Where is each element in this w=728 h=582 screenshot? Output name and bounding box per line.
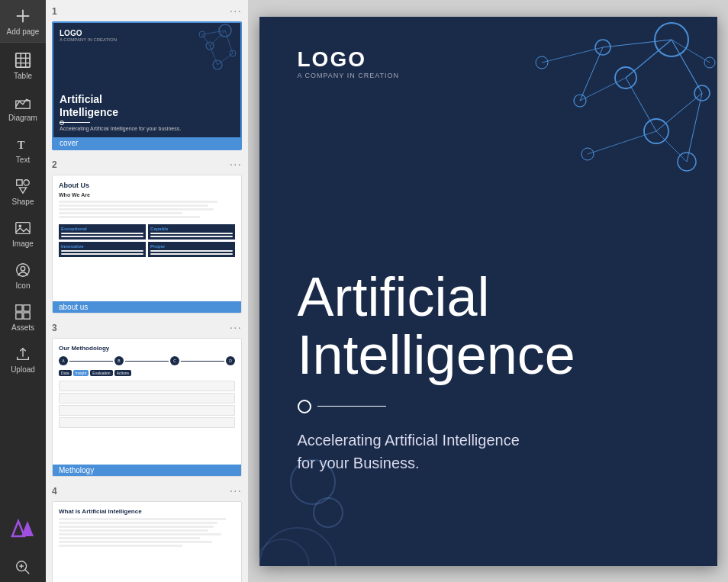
thumb-1-subtitle: Accelerating Artificial Intelligence for… — [60, 126, 234, 131]
thumb-3-flow: A B C D — [59, 356, 235, 365]
icon-label: Icon — [16, 281, 31, 290]
slide-header-3: 3 ··· — [52, 321, 242, 335]
diagram-tool[interactable]: Diagram — [0, 86, 46, 128]
vizzlo-brand-icon — [9, 515, 37, 542]
thumb-4-content: What is Artificial Intelligence — [53, 502, 241, 582]
thumb-3-rows — [59, 381, 235, 428]
upload-label: Upload — [11, 365, 35, 374]
slide-group-3: 3 ··· Our Methodology A B C D Data Insig… — [46, 317, 248, 480]
slide-header-1: 1 ··· — [52, 5, 242, 18]
thumb-2-content: About Us Who We Are Exceptional — [53, 175, 241, 301]
svg-line-54 — [580, 47, 603, 101]
canvas-title: Artificial Intelligence — [298, 268, 679, 384]
slide-header-4: 4 ··· — [52, 484, 242, 498]
svg-line-50 — [603, 40, 672, 47]
thumb-1-title: Artificial Intelligence — [60, 93, 234, 119]
slide-thumbnail-1[interactable]: LOGO A COMPANY IN CREATION — [52, 21, 242, 150]
zoom-icon — [14, 559, 31, 576]
icon-tool[interactable]: Icon — [0, 254, 46, 296]
canvas-logo: LOGO A COMPANY IN CREATION — [298, 47, 400, 79]
thumb-2-box-2: Capable — [148, 224, 235, 240]
slide-number-4: 4 — [52, 486, 57, 497]
thumb-2-title: About Us — [59, 182, 235, 189]
svg-line-24 — [25, 570, 30, 574]
slide-group-2: 2 ··· About Us Who We Are Exceptional — [46, 153, 248, 317]
thumb-2-section: Who We Are — [59, 192, 235, 198]
slide-label-1: cover — [53, 137, 240, 149]
table-label: Table — [14, 72, 32, 80]
thumb-3-row-3 — [59, 405, 235, 416]
slide-group-1: 1 ··· LOGO A COMPANY IN CREATION — [46, 0, 248, 153]
diagram-label: Diagram — [8, 114, 37, 122]
slide-label-3: Methology — [53, 465, 241, 476]
add-page-button[interactable]: Add page — [0, 0, 46, 43]
svg-line-48 — [626, 40, 672, 78]
slide-group-4: 4 ··· What is Artificial Intelligence — [46, 480, 248, 582]
diagram-icon — [14, 94, 31, 111]
svg-rect-12 — [16, 223, 30, 234]
svg-rect-2 — [16, 53, 30, 67]
canvas-title-line2: Intelligence — [298, 326, 679, 384]
svg-line-59 — [656, 131, 687, 162]
slide-options-2[interactable]: ··· — [230, 158, 242, 172]
shape-label: Shape — [12, 198, 34, 206]
text-label: Text — [16, 156, 30, 164]
canvas-divider-dot — [298, 400, 311, 413]
tag-actions: Actions — [114, 370, 131, 376]
toolbar: Add page Table Diagram T Text Shape — [0, 0, 46, 582]
svg-rect-18 — [16, 305, 22, 311]
svg-line-57 — [672, 40, 710, 63]
thumb-3-step-3: C — [170, 356, 179, 365]
thumb-2-box-4: Proper — [148, 242, 235, 257]
slide-options-3[interactable]: ··· — [230, 321, 242, 335]
svg-rect-17 — [24, 313, 30, 319]
svg-line-56 — [580, 78, 626, 101]
image-label: Image — [12, 240, 34, 248]
thumb-3-step-2: B — [114, 356, 124, 365]
slide-thumbnail-3[interactable]: Our Methodology A B C D Data Insight Eva… — [52, 338, 242, 477]
canvas-area: LOGO A COMPANY IN CREATION Artificial In… — [248, 0, 728, 582]
thumb-2-text — [59, 201, 235, 218]
svg-line-33 — [225, 31, 233, 53]
table-tool[interactable]: Table — [0, 44, 46, 86]
thumb-4-lines — [59, 518, 235, 547]
image-tool[interactable]: Image — [0, 212, 46, 254]
zoom-button[interactable] — [0, 551, 46, 582]
slide-label-2: about us — [53, 301, 241, 313]
slide-thumbnail-4[interactable]: What is Artificial Intelligence — [52, 501, 242, 582]
icon-tool-icon — [14, 262, 31, 278]
vizzlo-logo — [0, 506, 46, 551]
thumb-3-tags: Data Insight Evaluation Actions — [59, 370, 235, 376]
text-tool[interactable]: T Text — [0, 128, 46, 170]
slide-options-4[interactable]: ··· — [230, 484, 242, 498]
slide-canvas[interactable]: LOGO A COMPANY IN CREATION Artificial In… — [259, 17, 717, 566]
svg-marker-22 — [21, 521, 34, 536]
shape-tool[interactable]: Shape — [0, 170, 46, 212]
thumb-1-network-bg — [164, 23, 240, 84]
upload-icon — [14, 346, 31, 362]
slide-thumbnail-2[interactable]: About Us Who We Are Exceptional — [52, 175, 242, 314]
svg-rect-19 — [24, 305, 30, 311]
slide-options-1[interactable]: ··· — [230, 5, 242, 18]
upload-tool[interactable]: Upload — [0, 338, 46, 380]
network-background — [473, 17, 717, 215]
canvas-subtitle: Accelerating Artificial Intelligence for… — [298, 429, 679, 474]
slide-number-2: 2 — [52, 159, 57, 170]
canvas-logo-text: LOGO — [298, 47, 400, 72]
tag-evaluation: Evaluation — [90, 370, 112, 376]
canvas-logo-sub: A COMPANY IN CREATION — [298, 72, 400, 79]
image-icon — [14, 220, 31, 236]
svg-point-61 — [259, 539, 309, 566]
svg-line-35 — [217, 53, 233, 65]
thumb-2-box-1: Exceptional — [59, 224, 146, 240]
slide-number-1: 1 — [52, 6, 57, 17]
thumb-2-box-3: Innovative — [59, 242, 146, 257]
tag-data: Data — [59, 370, 72, 376]
tag-insight: Insight — [73, 370, 89, 376]
svg-point-10 — [24, 180, 29, 185]
shape-icon — [14, 178, 31, 195]
svg-rect-16 — [16, 313, 22, 319]
assets-tool[interactable]: Assets — [0, 296, 46, 338]
plus-icon — [14, 8, 31, 24]
svg-line-51 — [626, 78, 656, 131]
